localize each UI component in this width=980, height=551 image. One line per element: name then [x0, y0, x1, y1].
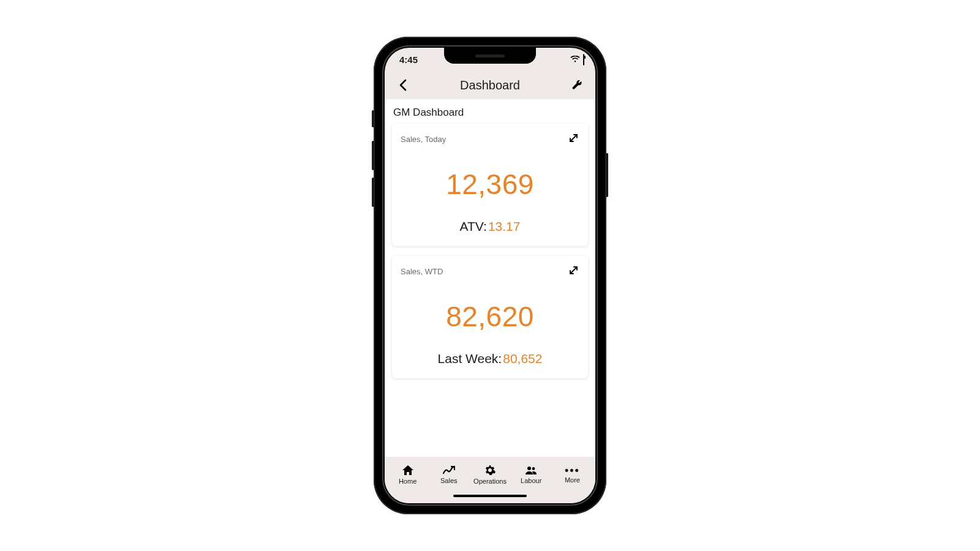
expand-button[interactable]: [568, 264, 579, 278]
power-button: [606, 153, 608, 197]
card-sales-wtd: Sales, WTD 82,620 Last Week: 80,652: [392, 256, 588, 378]
card-sub-value: 80,652: [503, 351, 542, 366]
card-label: Sales, Today: [401, 135, 446, 144]
gear-icon: [484, 465, 496, 476]
phone-frame: 4:45: [374, 37, 606, 514]
expand-button[interactable]: [568, 132, 579, 146]
card-sub-line: Last Week: 80,652: [401, 351, 579, 366]
trending-up-icon: [443, 465, 455, 475]
tab-home[interactable]: Home: [387, 465, 428, 485]
svg-point-1: [532, 467, 535, 470]
tab-label: Sales: [440, 477, 458, 484]
card-main-value: 82,620: [401, 300, 579, 333]
card-sub-label: Last Week:: [438, 351, 502, 366]
mute-switch: [372, 110, 374, 127]
back-button[interactable]: [391, 71, 415, 99]
volume-down-button: [372, 178, 374, 207]
svg-point-0: [527, 467, 531, 470]
card-sub-line: ATV: 13.17: [401, 219, 579, 234]
tab-more[interactable]: ••• More: [552, 466, 593, 484]
more-icon: •••: [565, 466, 580, 474]
card-sales-today: Sales, Today 12,369 ATV: 13.17: [392, 124, 588, 246]
tab-label: Labour: [521, 477, 541, 484]
tab-labour[interactable]: Labour: [511, 465, 552, 484]
tab-bar: Home Sales Operations: [385, 457, 595, 492]
home-indicator: [385, 492, 595, 503]
content-area: GM Dashboard Sales, Today 12,369: [385, 99, 595, 457]
section-title: GM Dashboard: [385, 99, 595, 124]
card-sub-value: 13.17: [488, 219, 521, 234]
expand-icon: [569, 133, 578, 143]
wifi-icon: [570, 54, 580, 65]
people-icon: [525, 465, 537, 475]
card-sub-label: ATV:: [460, 219, 487, 234]
card-label: Sales, WTD: [401, 267, 443, 276]
status-time: 4:45: [399, 54, 418, 65]
tab-sales[interactable]: Sales: [428, 465, 469, 484]
tab-label: More: [565, 476, 580, 484]
page-title: Dashboard: [460, 78, 520, 92]
notch: [444, 48, 536, 64]
nav-bar: Dashboard: [385, 71, 595, 99]
tab-operations[interactable]: Operations: [469, 465, 510, 485]
volume-up-button: [372, 141, 374, 170]
tab-label: Home: [399, 478, 417, 485]
tab-label: Operations: [473, 478, 507, 485]
chevron-left-icon: [399, 79, 407, 91]
expand-icon: [569, 266, 578, 275]
battery-icon: [583, 54, 584, 65]
card-main-value: 12,369: [401, 168, 579, 201]
home-icon: [402, 465, 414, 476]
settings-button[interactable]: [565, 71, 589, 99]
wrench-icon: [571, 80, 582, 91]
